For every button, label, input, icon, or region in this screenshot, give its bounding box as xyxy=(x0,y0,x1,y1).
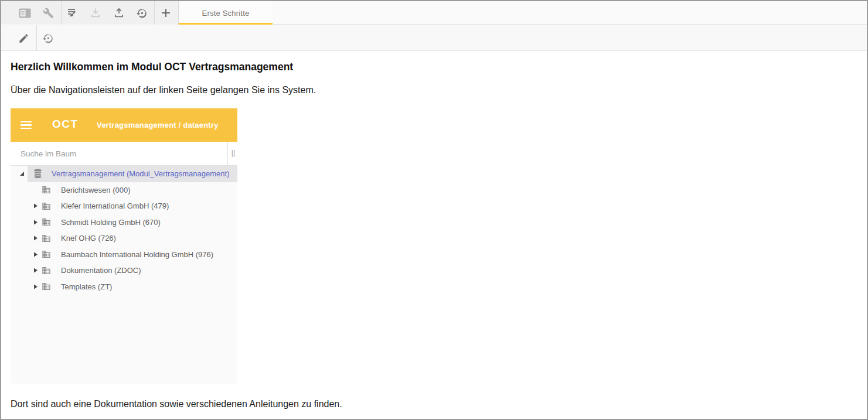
edit-button[interactable] xyxy=(12,25,35,51)
upload-icon xyxy=(113,7,125,19)
plus-icon xyxy=(160,7,172,19)
building-icon xyxy=(41,265,51,275)
app-logo: OCT xyxy=(52,118,79,131)
expander-closed-icon[interactable] xyxy=(32,235,39,241)
download-button[interactable] xyxy=(84,1,107,25)
splitter-handle[interactable]: || xyxy=(232,149,235,157)
expander-closed-icon xyxy=(32,235,39,241)
tree-item[interactable]: Berichtswesen (000) xyxy=(11,182,237,199)
tree-item[interactable]: Kiefer International GmbH (479) xyxy=(11,198,237,214)
tree-item[interactable]: Templates (ZT) xyxy=(11,279,237,295)
building-icon xyxy=(42,250,51,259)
document-content: Herzlich Willkommen im Modul OCT Vertrag… xyxy=(1,52,867,419)
expander-closed-icon xyxy=(32,284,39,290)
building-icon xyxy=(41,233,51,243)
list-import-button[interactable] xyxy=(60,1,84,25)
building-icon xyxy=(42,185,51,194)
building-icon xyxy=(42,202,51,211)
wrench-icon xyxy=(43,8,54,19)
new-tab-button[interactable] xyxy=(154,1,178,25)
building-icon xyxy=(41,217,51,227)
detail-view-button[interactable] xyxy=(13,1,36,25)
search-input[interactable] xyxy=(19,145,219,162)
tree-search-bar: || xyxy=(11,142,237,166)
expander-closed-icon xyxy=(32,219,39,226)
tree-item[interactable]: Dokumentation (ZDOC) xyxy=(11,262,237,279)
list-import-icon xyxy=(66,7,78,19)
tab-label: Erste Schritte xyxy=(202,9,250,18)
tree-item-label: Schmidt Holding GmbH (670) xyxy=(61,218,161,227)
restore-icon xyxy=(136,7,148,19)
expander-open-icon[interactable] xyxy=(19,170,25,177)
download-icon xyxy=(90,7,101,19)
tree-item[interactable]: Schmidt Holding GmbH (670) xyxy=(11,214,237,231)
building-icon xyxy=(41,250,51,259)
building-icon xyxy=(42,266,51,275)
restore-icon xyxy=(42,32,55,45)
tree-item-label: Knef OHG (726) xyxy=(61,234,116,243)
database-icon xyxy=(33,169,43,179)
main-toolbar: Erste Schritte xyxy=(1,1,867,25)
expander-open-icon xyxy=(19,170,25,177)
tree-item[interactable]: Vertragsmanagement (Modul_Vertragsmanage… xyxy=(11,166,237,182)
expander-closed-icon[interactable] xyxy=(32,284,39,290)
tab-erste-schritte[interactable]: Erste Schritte xyxy=(179,1,273,25)
settings-button[interactable] xyxy=(36,1,60,25)
edit-pencil-icon xyxy=(18,33,29,44)
expander-closed-icon[interactable] xyxy=(32,219,39,226)
tree-item-label: Baumbach International Holding GmbH (976… xyxy=(61,250,213,259)
tree-item-label: Kiefer International GmbH (479) xyxy=(61,202,169,210)
expander-closed-icon xyxy=(32,251,39,258)
panel-divider xyxy=(227,142,228,166)
page-restore-button[interactable] xyxy=(36,25,60,51)
tree-item[interactable]: Knef OHG (726) xyxy=(11,230,237,247)
outro-text: Dort sind auch eine Dokumentation sowie … xyxy=(11,399,342,409)
expander-closed-icon xyxy=(32,203,39,209)
expander-spacer xyxy=(32,187,39,193)
page-toolbar xyxy=(1,25,867,51)
expander-closed-icon xyxy=(32,267,39,274)
building-icon xyxy=(42,234,51,243)
building-icon xyxy=(41,282,51,292)
database-icon xyxy=(33,169,43,179)
app-window: Erste Schritte Herzlich Willkommen im Mo… xyxy=(0,0,868,420)
tree-item[interactable]: Baumbach International Holding GmbH (976… xyxy=(11,247,237,263)
breadcrumb: Vertragsmanagement / dataentry xyxy=(97,121,219,129)
page-title: Herzlich Willkommen im Modul OCT Vertrag… xyxy=(11,61,293,73)
tree-item-label: Templates (ZT) xyxy=(61,282,112,291)
restore-button[interactable] xyxy=(130,1,154,25)
embedded-screenshot: OCT Vertragsmanagement / dataentry || Ve… xyxy=(11,108,237,384)
oct-app-header: OCT Vertragsmanagement / dataentry xyxy=(11,108,237,142)
navigation-tree: Vertragsmanagement (Modul_Vertragsmanage… xyxy=(11,166,237,384)
expander-closed-icon[interactable] xyxy=(32,251,39,258)
expander-closed-icon[interactable] xyxy=(32,267,39,274)
building-icon xyxy=(42,282,51,291)
tree-item-label: Dokumentation (ZDOC) xyxy=(61,266,141,275)
detail-view-icon xyxy=(19,8,31,18)
tree-item-label: Vertragsmanagement (Modul_Vertragsmanage… xyxy=(52,169,230,178)
menu-icon[interactable] xyxy=(21,119,32,131)
upload-button[interactable] xyxy=(107,1,131,25)
building-icon xyxy=(41,185,51,195)
intro-text: Über die Navigationsleisten auf der link… xyxy=(11,85,316,95)
expander-closed-icon[interactable] xyxy=(32,203,39,209)
building-icon xyxy=(41,201,51,211)
active-tab-underline xyxy=(179,23,273,25)
building-icon xyxy=(42,217,51,227)
tree-item-label: Berichtswesen (000) xyxy=(61,186,131,194)
